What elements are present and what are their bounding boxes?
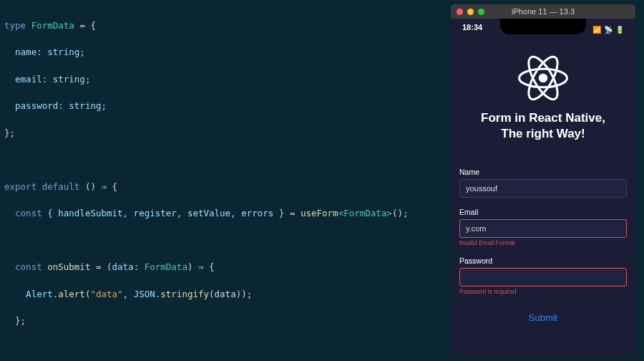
name-input[interactable] (459, 179, 627, 198)
name-label: Name (459, 168, 627, 176)
hero-title: Form in React Native, The right Way! (451, 110, 635, 142)
hero: Form in React Native, The right Way! (451, 36, 635, 152)
form: Name Email Invalid Email Format Password… (451, 152, 635, 329)
react-logo-icon (518, 53, 568, 103)
simulator-title: iPhone 11 — 13.3 (451, 7, 635, 16)
email-label: Email (459, 208, 627, 216)
simulator-title-bar[interactable]: iPhone 11 — 13.3 (451, 4, 635, 19)
email-input[interactable] (459, 219, 627, 238)
phone-screen[interactable]: 18:34 📶 📡 🔋 Form in React Native, The ri… (451, 19, 635, 357)
signal-icon: 📶 (592, 26, 601, 34)
email-error: Invalid Email Format (459, 239, 627, 246)
password-error: Password is required (459, 288, 627, 295)
svg-point-0 (539, 74, 547, 82)
password-input[interactable] (459, 268, 627, 287)
simulator: iPhone 11 — 13.3 18:34 📶 📡 🔋 Form in Rea… (451, 0, 644, 361)
wifi-icon: 📡 (604, 26, 613, 34)
status-time: 18:34 (462, 23, 482, 36)
battery-icon: 🔋 (615, 26, 624, 34)
phone-notch (500, 19, 586, 34)
password-label: Password (459, 256, 627, 265)
submit-button[interactable]: Submit (459, 307, 627, 329)
code-editor[interactable]: type FormData = { name: string; email: s… (0, 0, 451, 361)
